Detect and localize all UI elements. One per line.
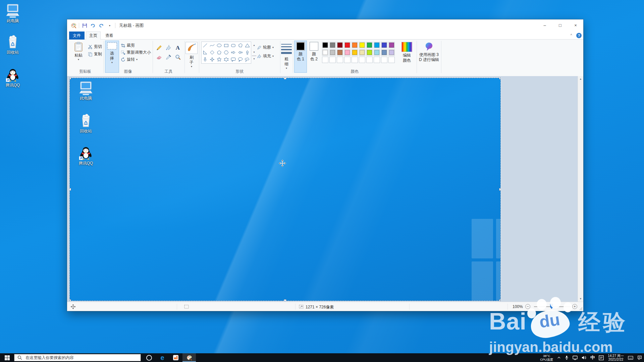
shapes-scroll-down-button[interactable]: ▾ <box>252 49 256 56</box>
ime-mode-icon[interactable] <box>597 353 606 362</box>
minimize-button[interactable]: – <box>537 19 552 32</box>
paste-button[interactable]: 粘贴 ▾ <box>70 41 87 72</box>
vertical-scrollbar[interactable]: ▴ ▾ <box>578 76 583 302</box>
edit-colors-button[interactable]: 编辑 颜色 <box>398 41 415 72</box>
fill-tool-button[interactable] <box>164 44 172 52</box>
shape-right-triangle[interactable] <box>202 49 209 56</box>
palette-color-efe4b0[interactable] <box>359 49 365 56</box>
help-button[interactable]: ? <box>576 33 582 38</box>
palette-color-ffaec9[interactable] <box>344 49 351 56</box>
shape-triangle[interactable] <box>244 42 251 49</box>
text-tool-button[interactable]: A <box>174 44 182 52</box>
palette-color-000000[interactable] <box>322 42 328 48</box>
palette-empty-cell[interactable] <box>352 57 358 63</box>
copy-button[interactable]: 复制 <box>88 51 102 57</box>
palette-empty-cell[interactable] <box>388 57 395 63</box>
taskbar-search[interactable] <box>14 354 141 361</box>
palette-color-7f7f7f[interactable] <box>329 42 336 48</box>
paint-canvas[interactable]: 此电脑回收站腾讯QQ <box>70 78 500 301</box>
rotate-button[interactable]: 旋转 ▾ <box>121 56 138 63</box>
palette-empty-cell[interactable] <box>374 57 380 63</box>
selection-handle[interactable] <box>70 299 71 301</box>
shapes-more-button[interactable]: ▾ <box>252 56 256 62</box>
palette-color-ed1c24[interactable] <box>344 42 351 48</box>
maximize-button[interactable]: □ <box>552 19 568 32</box>
tab-view[interactable]: 查看 <box>102 32 117 40</box>
shape-callout-rounded[interactable] <box>230 56 237 63</box>
scroll-down-button[interactable]: ▾ <box>578 296 583 302</box>
palette-color-7092be[interactable] <box>381 49 387 56</box>
selection-handle[interactable] <box>70 78 71 79</box>
palette-color-b5e61d[interactable] <box>366 49 373 56</box>
palette-color-880015[interactable] <box>337 42 343 48</box>
shape-arrow-up[interactable] <box>244 49 251 56</box>
zoom-slider-thumb[interactable] <box>550 304 553 309</box>
shape-arrow-right[interactable] <box>230 49 237 56</box>
taskbar-app-media[interactable] <box>169 353 182 362</box>
palette-color-b97a57[interactable] <box>337 49 343 56</box>
select-button[interactable]: 选 择 ▾ <box>105 41 119 72</box>
pencil-tool-button[interactable] <box>155 44 163 52</box>
clock[interactable]: 14:27 周一 2021/2/22 <box>606 353 626 362</box>
shape-star-4[interactable] <box>209 56 216 63</box>
palette-color-00a2e8[interactable] <box>374 42 380 48</box>
palette-color-c8bfe7[interactable] <box>388 49 395 56</box>
paint3d-button[interactable]: 使用画图 3 D 进行编辑 <box>418 41 440 72</box>
shape-arrow-down[interactable] <box>202 56 209 63</box>
tab-file[interactable]: 文件 <box>69 32 85 40</box>
color1-button[interactable]: 颜 色 1 <box>294 41 307 72</box>
desktop-icon-this-pc[interactable]: 此电脑 <box>0 3 25 23</box>
shape-callout-oval[interactable] <box>237 56 244 63</box>
brushes-button[interactable]: 刷 子 ▾ <box>185 41 198 72</box>
selection-handle[interactable] <box>70 188 71 191</box>
redo-button[interactable] <box>98 22 104 28</box>
hidden-icons-chevron[interactable] <box>555 353 563 362</box>
taskbar-app-edge[interactable]: e <box>156 353 169 362</box>
zoom-out-button[interactable]: − <box>525 304 530 309</box>
start-button[interactable] <box>0 353 14 362</box>
action-center-icon[interactable] <box>635 353 644 362</box>
shape-diamond[interactable] <box>209 49 216 56</box>
palette-color-c3c3c3[interactable] <box>329 49 336 56</box>
palette-empty-cell[interactable] <box>344 57 351 63</box>
selection-handle[interactable] <box>499 188 500 191</box>
palette-color-99d9ea[interactable] <box>374 49 380 56</box>
shape-pentagon[interactable] <box>216 49 223 56</box>
palette-empty-cell[interactable] <box>329 57 336 63</box>
palette-empty-cell[interactable] <box>381 57 387 63</box>
color-picker-tool-button[interactable] <box>164 53 172 61</box>
shape-star-6[interactable] <box>223 56 230 63</box>
palette-empty-cell[interactable] <box>366 57 373 63</box>
shape-hexagon[interactable] <box>223 49 230 56</box>
selection-handle[interactable] <box>499 78 500 79</box>
selection-handle[interactable] <box>499 299 500 301</box>
palette-empty-cell[interactable] <box>359 57 365 63</box>
resize-button[interactable]: 重新调整大小 <box>121 49 151 56</box>
desktop-icon-recycle-bin[interactable]: 回收站 <box>0 34 25 55</box>
shape-polygon[interactable] <box>237 42 244 49</box>
eraser-tool-button[interactable] <box>155 53 163 61</box>
shape-line[interactable] <box>202 42 209 49</box>
palette-color-ffc90e[interactable] <box>352 49 358 56</box>
search-input[interactable] <box>25 355 127 360</box>
palette-empty-cell[interactable] <box>322 57 328 63</box>
palette-color-ff7f27[interactable] <box>352 42 358 48</box>
shape-outline-button[interactable]: 轮廓 ▾ <box>257 44 274 51</box>
line-size-button[interactable]: 粗 细 ▾ <box>281 41 292 72</box>
palette-color-3f48cc[interactable] <box>381 42 387 48</box>
qat-customize-dropdown[interactable]: ▾ <box>107 22 113 28</box>
shape-curve[interactable] <box>209 42 216 49</box>
microphone-icon[interactable] <box>563 353 571 362</box>
color2-button[interactable]: 颜 色 2 <box>308 41 320 72</box>
ime-language-indicator[interactable]: 中 <box>588 353 597 362</box>
crop-button[interactable]: 裁剪 <box>121 42 135 49</box>
palette-color-ffffff[interactable] <box>322 49 328 56</box>
palette-empty-cell[interactable] <box>337 57 343 63</box>
save-button[interactable] <box>82 22 88 28</box>
palette-color-a349a4[interactable] <box>388 42 395 48</box>
selection-handle[interactable] <box>284 299 286 301</box>
scroll-up-button[interactable]: ▴ <box>578 76 583 82</box>
shape-rounded-rectangle[interactable] <box>230 42 237 49</box>
shape-callout-cloud[interactable] <box>244 56 251 63</box>
palette-color-fff200[interactable] <box>359 42 365 48</box>
